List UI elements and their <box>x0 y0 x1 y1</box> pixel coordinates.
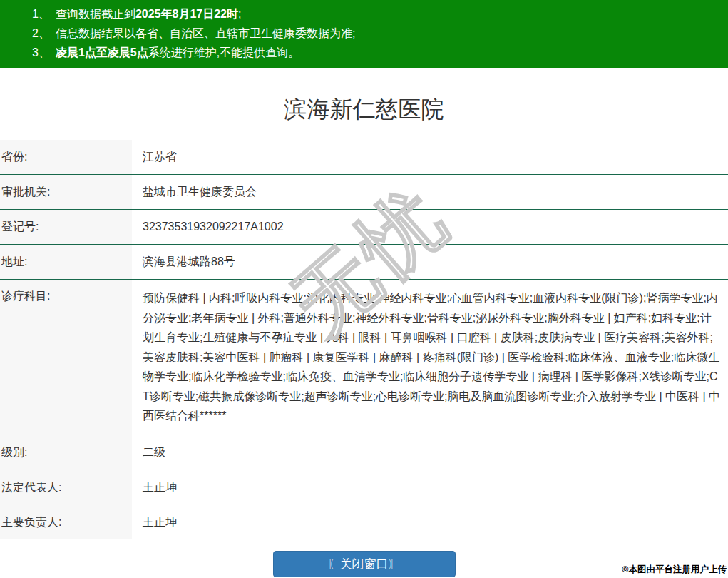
row-label: 省份: <box>0 140 132 174</box>
row-label: 地址: <box>0 245 132 279</box>
row-value: 预防保健科 | 内科;呼吸内科专业;消化内科专业;神经内科专业;心血管内科专业;… <box>132 280 728 435</box>
row-value: 二级 <box>132 435 728 470</box>
table-row-registration-number: 登记号: 32373531932092217A1002 <box>0 210 728 245</box>
footer-bar: 〖关闭窗口〗 ©本图由平台注册用户上传 <box>0 539 728 578</box>
row-label: 级别: <box>0 435 132 470</box>
row-value: 32373531932092217A1002 <box>132 210 728 244</box>
row-value: 滨海县港城路88号 <box>132 245 728 279</box>
table-row-level: 级别: 二级 <box>0 435 728 470</box>
table-row-approval-authority: 审批机关: 盐城市卫生健康委员会 <box>0 175 728 210</box>
notice-line-3: 3、凌晨1点至凌晨5点系统进行维护,不能提供查询。 <box>32 43 721 62</box>
table-row-main-person-in-charge: 主要负责人: 王正坤 <box>0 505 728 540</box>
row-label: 法定代表人: <box>0 470 132 505</box>
hospital-title: 滨海新仁慈医院 <box>0 94 728 126</box>
row-value: 盐城市卫生健康委员会 <box>132 175 728 209</box>
row-value: 江苏省 <box>132 140 728 174</box>
notice-number: 2、 <box>32 27 56 39</box>
row-label: 主要负责人: <box>0 505 132 539</box>
row-value: 王正坤 <box>132 505 728 539</box>
notice-text-bold: 2025年8月17日22时 <box>135 8 238 20</box>
row-label: 诊疗科目: <box>0 280 132 435</box>
notice-text: 查询数据截止到 <box>56 8 135 20</box>
notice-banner: 1、查询数据截止到2025年8月17日22时; 2、信息数据结果以各省、自治区、… <box>0 0 728 68</box>
notice-text: 信息数据结果以各省、自治区、直辖市卫生健康委数据为准; <box>56 27 355 39</box>
notice-line-1: 1、查询数据截止到2025年8月17日22时; <box>32 4 721 24</box>
row-value: 王正坤 <box>132 470 728 505</box>
copyright-label: ©本图由平台注册用户上传 <box>622 564 727 576</box>
notice-line-2: 2、信息数据结果以各省、自治区、直辖市卫生健康委数据为准; <box>32 24 721 43</box>
notice-text-bold: 凌晨1点至凌晨5点 <box>56 46 148 59</box>
hospital-info-table: 省份: 江苏省 审批机关: 盐城市卫生健康委员会 登记号: 3237353193… <box>0 140 728 575</box>
row-label: 审批机关: <box>0 175 132 209</box>
table-row-address: 地址: 滨海县港城路88号 <box>0 245 728 280</box>
notice-text: 系统进行维护,不能提供查询。 <box>148 46 299 59</box>
close-window-button[interactable]: 〖关闭窗口〗 <box>273 551 456 577</box>
notice-text: ; <box>238 8 241 20</box>
row-label: 登记号: <box>0 210 132 244</box>
table-row-legal-representative: 法定代表人: 王正坤 <box>0 470 728 505</box>
table-row-province: 省份: 江苏省 <box>0 140 728 175</box>
table-row-medical-departments: 诊疗科目: 预防保健科 | 内科;呼吸内科专业;消化内科专业;神经内科专业;心血… <box>0 280 728 435</box>
notice-number: 3、 <box>32 46 56 59</box>
notice-number: 1、 <box>32 8 56 20</box>
